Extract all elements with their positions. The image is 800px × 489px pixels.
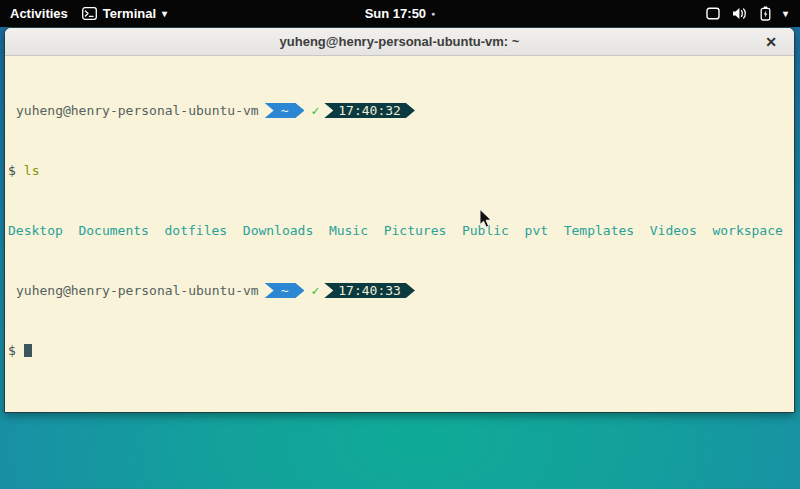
- terminal-app-icon: [82, 7, 97, 20]
- prompt-time-segment: 17:40:32: [324, 103, 415, 118]
- app-menu-label: Terminal: [103, 6, 156, 21]
- prompt-cwd-segment: ~: [265, 103, 305, 118]
- ls-output-line: Desktop Documents dotfiles Downloads Mus…: [8, 223, 791, 238]
- prompt-line-1: yuheng@henry-personal-ubuntu-vm ~ ✓ 17:4…: [8, 103, 791, 118]
- chevron-down-icon: ▾: [162, 9, 167, 19]
- prompt-status-check-icon: ✓: [311, 283, 319, 298]
- prompt-time-segment: 17:40:33: [324, 283, 415, 298]
- system-menu-chevron-icon: ▾: [783, 9, 788, 19]
- window-titlebar[interactable]: yuheng@henry-personal-ubuntu-vm: ~ ✕: [5, 28, 794, 56]
- command-line-1: $ ls: [8, 163, 791, 178]
- prompt-cwd-segment: ~: [265, 283, 305, 298]
- command-line-2[interactable]: $: [8, 343, 791, 358]
- terminal-content[interactable]: yuheng@henry-personal-ubuntu-vm ~ ✓ 17:4…: [5, 56, 794, 413]
- battery-charging-icon: [760, 6, 771, 21]
- close-button[interactable]: ✕: [762, 33, 780, 51]
- notification-dot: ●: [431, 10, 435, 17]
- clock-label: Sun 17:50: [365, 6, 426, 21]
- prompt-dollar: $: [8, 163, 16, 178]
- prompt-user-host: yuheng@henry-personal-ubuntu-vm: [16, 283, 259, 298]
- prompt-status-check-icon: ✓: [311, 103, 319, 118]
- terminal-cursor: [24, 344, 32, 357]
- command-text: ls: [24, 163, 40, 178]
- app-menu-terminal[interactable]: Terminal ▾: [82, 6, 167, 21]
- top-bar: Activities Terminal ▾ Sun 17:50 ●: [0, 0, 800, 27]
- activities-button[interactable]: Activities: [10, 6, 68, 21]
- display-icon: [706, 7, 720, 20]
- window-title: yuheng@henry-personal-ubuntu-vm: ~: [280, 34, 520, 49]
- system-status-area[interactable]: ▾: [706, 0, 800, 27]
- clock-button[interactable]: Sun 17:50 ●: [365, 6, 436, 21]
- prompt-line-2: yuheng@henry-personal-ubuntu-vm ~ ✓ 17:4…: [8, 283, 791, 298]
- directory-listing: Desktop Documents dotfiles Downloads Mus…: [8, 223, 783, 238]
- prompt-dollar: $: [8, 343, 16, 358]
- terminal-window: yuheng@henry-personal-ubuntu-vm: ~ ✕ yuh…: [4, 27, 795, 413]
- mouse-cursor: [479, 209, 493, 233]
- prompt-user-host: yuheng@henry-personal-ubuntu-vm: [16, 103, 259, 118]
- volume-icon: [732, 7, 748, 20]
